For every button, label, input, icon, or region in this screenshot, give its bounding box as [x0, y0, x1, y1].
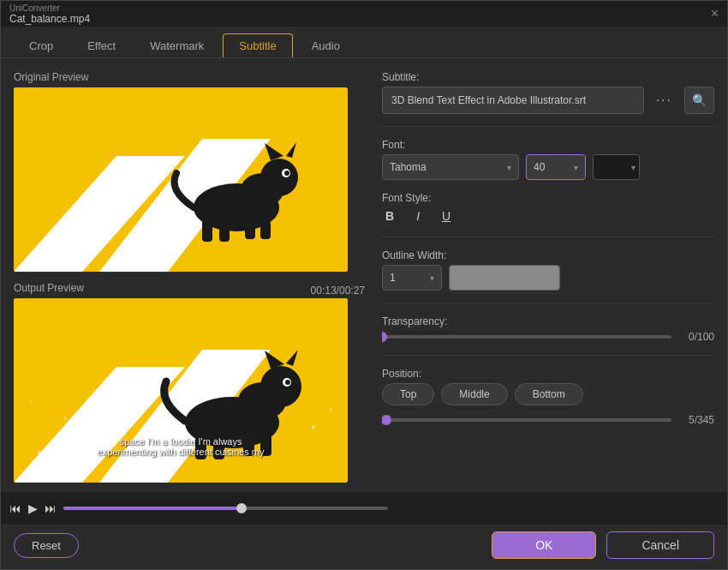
font-color-picker[interactable]: ▾	[593, 154, 640, 180]
font-style-section: Font Style: B I U	[382, 192, 714, 225]
font-name-chevron: ▾	[507, 163, 511, 172]
close-button[interactable]: ×	[711, 7, 719, 21]
font-name-select[interactable]: Tahoma ▾	[382, 154, 519, 180]
app-name: UniConverter	[9, 3, 90, 13]
main-cancel-button[interactable]: Cancel	[606, 531, 714, 559]
transparency-value: 0/100	[680, 331, 714, 343]
svg-rect-10	[202, 220, 212, 242]
position-middle-button[interactable]: Middle	[441, 383, 507, 405]
svg-point-28	[260, 366, 301, 407]
outline-width-label: Outline Width:	[382, 249, 714, 261]
subtitle-file-section: Subtitle: ··· 🔍	[382, 71, 714, 114]
divider-1	[382, 126, 714, 127]
original-preview-svg	[14, 87, 348, 272]
svg-rect-13	[260, 220, 271, 239]
position-bottom-button[interactable]: Bottom	[515, 383, 583, 405]
subtitle-file-input[interactable]	[382, 87, 644, 114]
original-preview-section: Original Preview	[14, 71, 365, 272]
italic-button[interactable]: I	[413, 207, 423, 225]
font-section: Font: Tahoma ▾ 40 ▾ ▾	[382, 139, 714, 180]
font-size-chevron: ▾	[574, 163, 578, 172]
svg-point-23	[330, 409, 332, 411]
position-value: 5/345	[680, 414, 714, 426]
main-action-buttons: OK Cancel	[492, 531, 714, 559]
next-frame-button[interactable]: ⏭	[45, 501, 57, 515]
divider-4	[382, 355, 714, 356]
prev-frame-button[interactable]: ⏮	[9, 501, 21, 515]
playback-bar: ⏮ ▶ ⏭ OK Cancel	[1, 492, 727, 525]
color-picker-chevron: ▾	[631, 163, 636, 172]
outline-color-select[interactable]: ▾	[449, 265, 560, 291]
playback-progress-fill	[63, 507, 242, 510]
underline-button[interactable]: U	[439, 207, 454, 225]
tabs-bar: Crop Effect Watermark Subtitle Audio	[1, 27, 727, 58]
output-preview-box: space I'm a foodie I'm always experiment…	[14, 298, 348, 483]
outline-color-chevron: ▾	[548, 273, 552, 283]
original-preview-label: Original Preview	[14, 71, 365, 83]
svg-point-16	[64, 417, 67, 420]
svg-point-18	[30, 400, 32, 402]
font-section-label: Font:	[382, 139, 714, 151]
bottom-actions-bar: Reset OK Cancel	[1, 525, 727, 569]
output-preview-label: Output Preview	[14, 282, 84, 294]
position-thumb[interactable]	[382, 415, 391, 425]
outline-width-select[interactable]: 1 ▾	[382, 265, 442, 291]
output-preview-section: Output Preview 00:13/00:27	[14, 282, 365, 483]
subtitle-menu-button[interactable]: ···	[649, 87, 679, 114]
tab-watermark[interactable]: Watermark	[134, 34, 219, 57]
playback-progress-track[interactable]	[63, 507, 388, 510]
subtitle-overlay: space I'm a foodie I'm always experiment…	[14, 436, 348, 457]
main-ok-button[interactable]: OK	[492, 531, 596, 559]
title-bar: UniConverter Cat_balance.mp4 ×	[1, 1, 727, 27]
right-panel: Subtitle: ··· 🔍 Font: Tahoma ▾ 40	[382, 71, 714, 479]
transparency-label: Transparency:	[382, 315, 714, 327]
tab-effect[interactable]: Effect	[72, 34, 131, 57]
bold-button[interactable]: B	[382, 207, 397, 225]
playback-progress-thumb[interactable]	[236, 503, 247, 513]
svg-point-9	[284, 171, 289, 176]
main-content: Original Preview	[1, 58, 727, 492]
tab-subtitle[interactable]: Subtitle	[223, 33, 292, 57]
timestamp: 00:13/00:27	[311, 285, 365, 297]
tab-audio[interactable]: Audio	[296, 34, 355, 57]
svg-point-22	[312, 425, 315, 429]
outline-section: Outline Width: 1 ▾ ▾	[382, 249, 714, 291]
svg-point-32	[285, 380, 290, 385]
main-window: UniConverter Cat_balance.mp4 × Crop Effe…	[0, 0, 728, 570]
transparency-thumb[interactable]	[382, 332, 387, 342]
play-button[interactable]: ▶	[28, 501, 38, 515]
left-panel: Original Preview	[14, 71, 365, 479]
svg-point-5	[260, 159, 298, 196]
font-size-select[interactable]: 40 ▾	[526, 154, 586, 180]
position-track[interactable]	[382, 418, 671, 422]
divider-3	[382, 303, 714, 303]
reset-button[interactable]: Reset	[14, 533, 79, 558]
subtitle-section-label: Subtitle:	[382, 71, 714, 83]
font-style-label: Font Style:	[382, 192, 714, 204]
transparency-track[interactable]	[382, 335, 671, 339]
file-name: Cat_balance.mp4	[9, 13, 90, 25]
svg-rect-12	[245, 220, 255, 239]
tab-crop[interactable]: Crop	[14, 34, 69, 57]
original-preview-box	[14, 87, 348, 272]
svg-rect-11	[219, 220, 230, 242]
subtitle-search-button[interactable]: 🔍	[684, 87, 714, 114]
outline-chevron: ▾	[430, 273, 434, 283]
transparency-section: Transparency: 0/100	[382, 315, 714, 343]
position-section: Position: Top Middle Bottom 5/345	[382, 368, 714, 426]
position-top-button[interactable]: Top	[382, 383, 434, 405]
divider-2	[382, 237, 714, 237]
position-label: Position:	[382, 368, 714, 380]
